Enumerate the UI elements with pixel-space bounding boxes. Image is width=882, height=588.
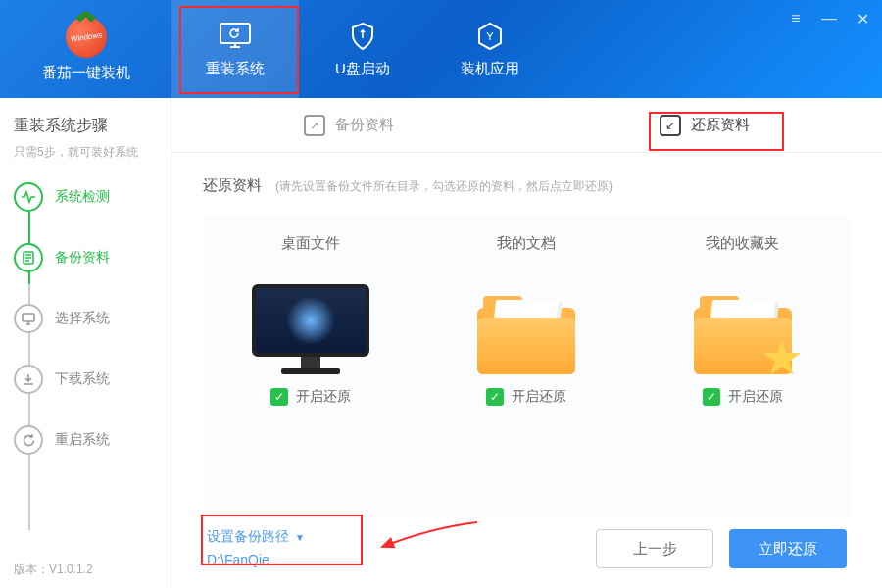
version-text: 版本：V1.0.1.2 xyxy=(14,562,157,578)
close-icon[interactable]: ✕ xyxy=(855,10,870,28)
step-select-system: 选择系统 xyxy=(14,304,157,333)
sub-tab-restore[interactable]: ↙ 还原资料 xyxy=(527,98,883,152)
usb-shield-icon xyxy=(345,21,380,52)
nav-tab-apps[interactable]: Y 装机应用 xyxy=(426,0,554,98)
step-system-check: 系统检测 xyxy=(14,182,157,212)
desktop-monitor-icon xyxy=(252,267,369,374)
restart-icon xyxy=(14,425,43,455)
nav-tab-reinstall[interactable]: 重装系统 xyxy=(172,0,299,98)
download-icon xyxy=(14,365,43,394)
monitor-icon xyxy=(14,304,43,333)
svg-text:Y: Y xyxy=(486,30,494,42)
step-backup: 备份资料 xyxy=(14,243,157,272)
nav-tab-label: U盘启动 xyxy=(335,60,390,78)
sidebar-subtitle: 只需5步，就可装好系统 xyxy=(14,144,157,161)
chevron-down-icon: ▼ xyxy=(295,529,305,546)
sub-tab-backup[interactable]: ↗ 备份资料 xyxy=(172,98,527,152)
section-hint: (请先设置备份文件所在目录，勾选还原的资料，然后点立即还原) xyxy=(275,178,612,195)
monitor-refresh-icon xyxy=(218,21,253,52)
backup-icon: ↗ xyxy=(304,115,325,136)
checkbox-checked-icon: ✓ xyxy=(486,388,504,406)
tomato-logo: Windows xyxy=(66,17,107,58)
minimize-icon[interactable]: — xyxy=(821,10,837,28)
toggle-documents-restore[interactable]: ✓ 开启还原 xyxy=(486,388,566,406)
sidebar-title: 重装系统步骤 xyxy=(14,116,157,136)
card-my-documents: 我的文档 ✓ 开启还原 xyxy=(438,234,614,406)
svg-rect-0 xyxy=(220,24,250,43)
step-download: 下载系统 xyxy=(14,365,157,394)
prev-button[interactable]: 上一步 xyxy=(596,529,713,568)
menu-icon[interactable]: ≡ xyxy=(788,10,804,28)
backup-path-selector[interactable]: 设置备份路径 ▼ D:\FanQie xyxy=(207,525,305,572)
backup-path-value: D:\FanQie xyxy=(207,549,305,572)
pulse-icon xyxy=(14,182,43,212)
nav-tab-label: 重装系统 xyxy=(206,60,265,78)
card-desktop-files: 桌面文件 ✓ 开启还原 xyxy=(222,234,399,406)
nav-tab-label: 装机应用 xyxy=(461,60,519,78)
folder-star-icon xyxy=(694,267,792,374)
folder-icon xyxy=(477,267,575,374)
card-favorites: 我的收藏夹 ✓ 开启还原 xyxy=(655,234,831,406)
step-restart: 重启系统 xyxy=(14,425,157,455)
app-title: 番茄一键装机 xyxy=(42,64,130,82)
checkbox-checked-icon: ✓ xyxy=(270,388,288,406)
section-title: 还原资料 xyxy=(203,176,262,195)
document-icon xyxy=(14,243,43,272)
restore-icon: ↙ xyxy=(660,115,681,136)
toggle-desktop-restore[interactable]: ✓ 开启还原 xyxy=(270,388,351,406)
restore-now-button[interactable]: 立即还原 xyxy=(729,529,847,568)
checkbox-checked-icon: ✓ xyxy=(703,388,720,406)
nav-tab-usb[interactable]: U盘启动 xyxy=(299,0,426,98)
toggle-favorites-restore[interactable]: ✓ 开启还原 xyxy=(703,388,783,406)
hexagon-icon: Y xyxy=(472,21,508,52)
svg-rect-3 xyxy=(23,314,34,321)
